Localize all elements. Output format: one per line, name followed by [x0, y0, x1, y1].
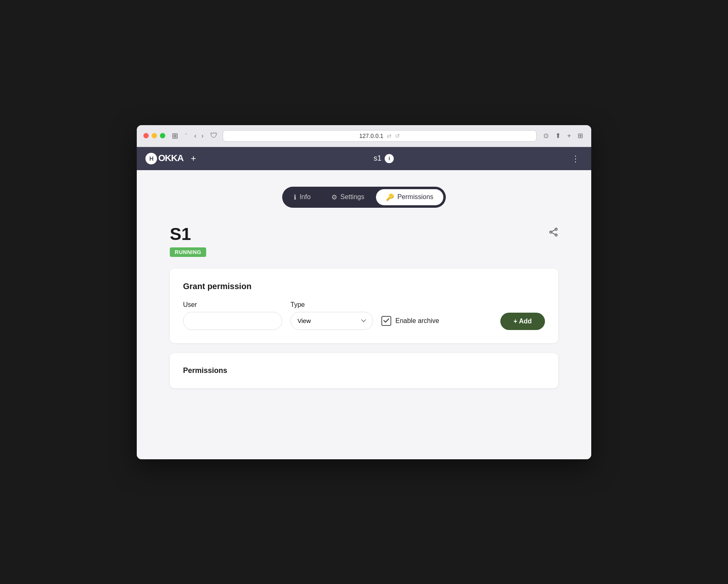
minimize-button[interactable] [152, 133, 157, 138]
user-input[interactable] [183, 312, 282, 330]
forward-button[interactable]: › [200, 131, 205, 140]
svg-point-3 [550, 231, 552, 233]
enable-archive-group: Enable archive [381, 312, 439, 330]
form-row: User Type View Edit Admin [183, 301, 545, 330]
address-bar[interactable]: 127.0.0.1 ⇄ ↺ [223, 130, 537, 142]
header-center: s1 i [200, 154, 568, 163]
info-icon: ℹ [294, 193, 296, 201]
back-button[interactable]: ‹ [193, 131, 198, 140]
key-icon: 🔑 [386, 193, 394, 201]
app-content: ℹ Info ⚙ Settings 🔑 Permissions [137, 170, 591, 459]
page-title-area: S1 RUNNING [170, 224, 558, 268]
tab-settings[interactable]: ⚙ Settings [321, 188, 374, 206]
reload-icon[interactable]: ↺ [395, 133, 400, 139]
translate-icon: ⇄ [387, 133, 392, 139]
tab-permissions-label: Permissions [397, 193, 433, 201]
grant-permission-card: Grant permission User Type View Edit Adm… [170, 268, 558, 343]
svg-line-6 [552, 233, 555, 235]
logo-icon: H [145, 152, 157, 165]
user-form-group: User [183, 301, 282, 330]
grid-icon[interactable]: ⊞ [576, 131, 585, 140]
tab-info[interactable]: ℹ Info [284, 188, 321, 206]
close-button[interactable] [143, 133, 149, 138]
sidebar-toggle-button[interactable]: ⊞ [170, 131, 180, 141]
svg-point-2 [555, 228, 557, 230]
header-more-button[interactable]: ⋮ [568, 152, 583, 165]
maximize-button[interactable] [160, 133, 165, 138]
type-label: Type [290, 301, 373, 309]
download-icon[interactable]: ⊙ [542, 131, 550, 140]
app-header: H OKKA + s1 i ⋮ [137, 147, 591, 170]
url-text: 127.0.0.1 [359, 133, 383, 139]
tab-settings-label: Settings [340, 193, 364, 201]
add-button[interactable]: + Add [500, 313, 545, 330]
card-title: Grant permission [183, 282, 545, 291]
share-icon [549, 228, 558, 237]
shield-icon: 🛡 [210, 131, 218, 140]
svg-line-5 [552, 230, 555, 232]
tab-permissions[interactable]: 🔑 Permissions [375, 188, 444, 206]
header-add-button[interactable]: + [188, 152, 200, 166]
page-title: S1 [170, 224, 558, 244]
new-tab-icon[interactable]: + [566, 131, 573, 140]
tab-group: ℹ Info ⚙ Settings 🔑 Permissions [282, 187, 446, 208]
instance-name: s1 [374, 154, 381, 163]
enable-archive-label: Enable archive [395, 317, 439, 325]
tab-nav: ℹ Info ⚙ Settings 🔑 Permissions [170, 187, 558, 208]
permissions-card: Permissions [170, 353, 558, 388]
tab-info-label: Info [300, 193, 311, 201]
gear-icon: ⚙ [331, 193, 337, 201]
browser-chrome: ⊞ ˅ ‹ › 🛡 127.0.0.1 ⇄ ↺ ⊙ ⬆ + ⊞ [137, 125, 591, 147]
app-logo: H OKKA [145, 152, 183, 165]
type-select[interactable]: View Edit Admin [290, 312, 373, 330]
check-icon [383, 318, 389, 323]
svg-point-4 [555, 234, 557, 236]
chevron-down-icon: ˅ [185, 133, 188, 139]
svg-text:H: H [149, 155, 153, 162]
traffic-lights [143, 133, 165, 138]
browser-window: ⊞ ˅ ‹ › 🛡 127.0.0.1 ⇄ ↺ ⊙ ⬆ + ⊞ H OKKA +… [137, 125, 591, 459]
form-actions: + Add [447, 313, 545, 330]
permissions-section-title: Permissions [183, 366, 545, 375]
header-info-icon[interactable]: i [385, 154, 394, 163]
enable-archive-checkbox[interactable] [381, 316, 391, 326]
browser-actions: ⊙ ⬆ + ⊞ [542, 131, 585, 140]
share-button[interactable] [549, 228, 558, 239]
user-label: User [183, 301, 282, 309]
type-form-group: Type View Edit Admin [290, 301, 373, 330]
status-badge: RUNNING [170, 247, 206, 257]
share-browser-icon[interactable]: ⬆ [554, 131, 562, 140]
nav-buttons: ‹ › [193, 131, 205, 140]
